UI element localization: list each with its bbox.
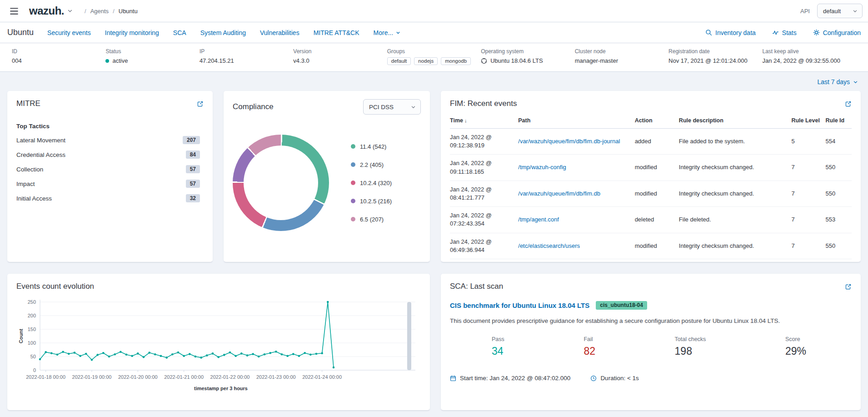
legend-item[interactable]: 2.2 (405) — [351, 161, 392, 168]
api-host-select[interactable]: default — [817, 4, 863, 18]
fim-path-link[interactable]: /tmp/wazuh-config — [518, 155, 634, 181]
legend-dot — [351, 181, 355, 185]
tactic-count-badge: 32 — [186, 194, 200, 202]
stats-icon — [772, 29, 779, 36]
fim-path-link[interactable]: /var/wazuh/queue/fim/db/fim.db — [518, 181, 634, 206]
agent-field-cluster-node: Cluster node manager-master — [575, 48, 668, 65]
agent-field-os: Operating system Ubuntu 18.04.6 LTS — [481, 48, 574, 65]
group-badge-default[interactable]: default — [387, 57, 411, 65]
svg-text:2022-01-23 00:00: 2022-01-23 00:00 — [256, 374, 296, 380]
open-sca-external-icon[interactable] — [845, 283, 852, 290]
mitre-panel-title: MITRE — [16, 99, 40, 108]
tactic-count-badge: 207 — [183, 136, 200, 144]
sca-stat-score: Score 29% — [785, 336, 806, 357]
tactic-count-badge: 57 — [186, 180, 200, 188]
chart-drag-handle — [407, 302, 411, 370]
sca-panel-title: SCA: Last scan — [450, 282, 503, 291]
compliance-panel-title: Compliance — [233, 102, 274, 111]
breadcrumb-current: Ubuntu — [119, 8, 138, 15]
tab-vulnerabilities[interactable]: Vulnerabilities — [260, 29, 299, 36]
breadcrumb-separator: / — [85, 8, 86, 15]
ubuntu-icon — [481, 58, 487, 64]
stats-button[interactable]: Stats — [772, 29, 797, 36]
tab-security-events[interactable]: Security events — [47, 29, 91, 36]
sca-stat-total-checks: Total checks 198 — [675, 336, 706, 357]
sca-start-time: Start time: Jan 24, 2022 @ 08:47:02.000 — [450, 375, 570, 382]
tab-sca[interactable]: SCA — [173, 29, 186, 36]
svg-text:50: 50 — [30, 354, 36, 359]
svg-text:timestamp per 3 hours: timestamp per 3 hours — [194, 386, 248, 391]
agent-field-groups: Groups default nodejs mongodb — [387, 48, 481, 65]
fim-col-rule-level[interactable]: Rule Level — [791, 115, 825, 129]
tactic-row-impact[interactable]: Impact 57 — [16, 180, 204, 188]
legend-dot — [351, 217, 355, 221]
fim-col-time[interactable]: Time↓ — [450, 115, 518, 129]
tab-system-auditing[interactable]: System Auditing — [200, 29, 246, 36]
fim-row: Jan 24, 2022 @ 06:49:36.944 /etc/elastic… — [450, 233, 852, 259]
chevron-down-icon — [67, 8, 73, 14]
sort-desc-icon: ↓ — [464, 118, 467, 123]
events-evolution-chart[interactable]: 0501001502002502022-01-18 00:002022-01-1… — [16, 297, 420, 394]
agent-field-id: ID 004 — [12, 48, 105, 65]
compliance-donut-chart[interactable] — [233, 135, 329, 231]
fim-panel-title: FIM: Recent events — [450, 99, 517, 108]
svg-text:2022-01-24 00:00: 2022-01-24 00:00 — [302, 374, 342, 380]
legend-item[interactable]: 6.5 (207) — [351, 216, 392, 223]
svg-text:2022-01-21 00:00: 2022-01-21 00:00 — [164, 374, 204, 380]
fim-row: Jan 24, 2022 @ 09:12:38.919 /var/wazuh/q… — [450, 129, 852, 155]
top-bar-right: API default — [800, 4, 863, 18]
compliance-requirement-select[interactable]: PCI DSS — [363, 99, 421, 115]
fim-path-link[interactable]: /var/wazuh/queue/fim/db/fim.db-journal — [518, 129, 634, 155]
legend-item[interactable]: 10.2.4 (320) — [351, 180, 392, 186]
breadcrumb-agents[interactable]: Agents — [90, 8, 109, 15]
agent-info-ribbon: ID 004 Status active IP 47.204.15.21 Ver… — [0, 43, 868, 72]
open-mitre-external-icon[interactable] — [197, 100, 204, 107]
fim-path-link[interactable]: /tmp/agent.conf — [518, 207, 634, 233]
tactic-row-collection[interactable]: Collection 57 — [16, 165, 204, 173]
legend-item[interactable]: 11.4 (542) — [351, 143, 392, 150]
legend-item[interactable]: 10.2.5 (216) — [351, 198, 392, 205]
group-badge-nodejs[interactable]: nodejs — [414, 57, 438, 65]
open-fim-external-icon[interactable] — [845, 100, 852, 107]
svg-text:Count: Count — [18, 329, 24, 343]
tab-integrity-monitoring[interactable]: Integrity monitoring — [105, 29, 159, 36]
legend-dot — [351, 162, 355, 167]
sca-stat-value: 198 — [675, 345, 706, 357]
tactic-row-lateral-movement[interactable]: Lateral Movement 207 — [16, 136, 204, 144]
top-tactics-heading: Top Tactics — [16, 123, 204, 130]
fim-col-rule-description[interactable]: Rule description — [679, 115, 792, 129]
fim-path-link[interactable]: /etc/elasticsearch/users — [518, 233, 634, 259]
fim-col-rule-id[interactable]: Rule Id — [826, 115, 852, 129]
tactic-row-initial-access[interactable]: Initial Access 32 — [16, 194, 204, 202]
gear-icon — [813, 29, 820, 36]
legend-dot — [351, 199, 355, 203]
svg-text:2022-01-18 00:00: 2022-01-18 00:00 — [26, 374, 65, 380]
group-badge-mongodb[interactable]: mongodb — [441, 57, 471, 65]
configuration-button[interactable]: Configuration — [813, 29, 861, 36]
menu-button[interactable] — [6, 4, 22, 18]
sca-benchmark-link[interactable]: CIS benchmark for Ubuntu Linux 18.04 LTS — [450, 301, 589, 309]
tab-mitre-attck[interactable]: MITRE ATT&CK — [314, 29, 359, 36]
inventory-data-button[interactable]: Inventory data — [705, 29, 756, 36]
fim-events-table: Time↓ Path Action Rule description Rule … — [450, 115, 852, 259]
svg-text:250: 250 — [28, 299, 36, 305]
sca-stat-pass: Pass 34 — [492, 336, 504, 357]
svg-text:0: 0 — [33, 367, 36, 373]
fim-col-action[interactable]: Action — [635, 115, 679, 129]
tactic-count-badge: 84 — [186, 151, 200, 159]
top-bar: wazuh. / Agents / Ubuntu API default — [0, 0, 868, 22]
events-evolution-title: Events count evolution — [16, 282, 94, 291]
events-count-evolution-panel: Events count evolution 05010015020025020… — [7, 274, 430, 410]
time-range-picker[interactable]: Last 7 days — [817, 78, 858, 85]
agent-tabs: Security events Integrity monitoring SCA… — [47, 29, 400, 36]
tactic-row-credential-access[interactable]: Credential Access 84 — [16, 151, 204, 159]
compliance-panel: Compliance PCI DSS 11.4 (542) 2.2 (405) … — [224, 91, 430, 262]
tab-more[interactable]: More... — [374, 29, 401, 36]
wazuh-logo[interactable]: wazuh. — [29, 5, 73, 17]
agent-field-ip: IP 47.204.15.21 — [200, 48, 293, 65]
chevron-down-icon — [853, 80, 858, 85]
chevron-down-icon — [853, 9, 858, 14]
wazuh-logo-text: wazuh. — [29, 5, 64, 17]
fim-row: Jan 24, 2022 @ 09:11:18.165 /tmp/wazuh-c… — [450, 155, 852, 181]
fim-col-path[interactable]: Path — [518, 115, 634, 129]
